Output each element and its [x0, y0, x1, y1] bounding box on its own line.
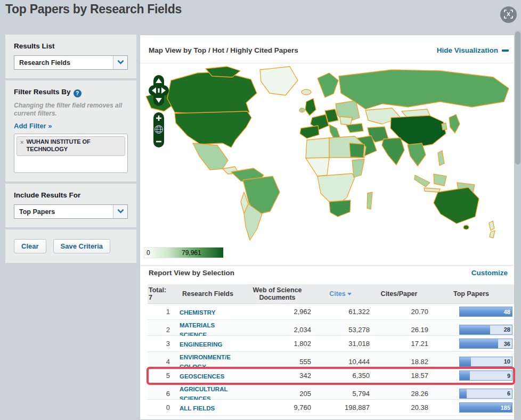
top-papers-bar-value: 185 [501, 403, 510, 412]
top-papers-bar: 6 [459, 389, 512, 399]
column-header-cites-per-paper[interactable]: Cites/Paper [370, 290, 428, 298]
results-list-selected-value: Research Fields [14, 59, 113, 67]
report-table-header: Total: 7 Research Fields Web of Science … [148, 284, 514, 304]
row-cites-per-paper: 20.70 [370, 308, 428, 316]
top-papers-bar-value: 10 [504, 357, 510, 366]
page: Top Papers by Research Fields Results Li… [0, 0, 521, 420]
hide-visualization-link[interactable]: Hide Visualization [437, 46, 509, 54]
include-results-heading: Include Results For [14, 191, 128, 199]
column-header-cites[interactable]: Cites [311, 290, 370, 298]
row-rank: 5 [148, 372, 172, 380]
top-papers-bar-value: 48 [504, 307, 510, 316]
table-row: 3 ENGINEERING 1,802 31,018 17.21 36 [148, 336, 514, 352]
top-papers-bar-fill [460, 339, 498, 348]
customize-link[interactable]: Customize [471, 269, 508, 277]
zoom-control[interactable] [153, 112, 164, 147]
filter-chip-label: WUHAN INSTITUTE OF TECHNOLOGY [26, 138, 121, 153]
hide-visualization-label: Hide Visualization [437, 46, 498, 54]
top-papers-bar-fill [460, 371, 470, 380]
top-papers-bar: 48 [459, 307, 512, 317]
scale-max-label: 79,961 [182, 249, 201, 257]
map-navigation-controls [149, 75, 169, 177]
world-map[interactable] [142, 64, 512, 245]
row-wos-documents: 205 [243, 390, 311, 398]
row-cites: 61,322 [311, 308, 370, 316]
world-map-svg [142, 64, 512, 245]
include-results-select-caret-zone[interactable] [113, 205, 127, 218]
help-icon[interactable]: ? [74, 89, 82, 97]
active-filters-box: × WUHAN INSTITUTE OF TECHNOLOGY [14, 134, 128, 173]
scale-min-label: 0 [146, 249, 150, 257]
report-view-title: Report View by Selection [149, 269, 234, 277]
divider [140, 63, 514, 63]
include-results-selected-value: Top Papers [14, 208, 113, 216]
row-cites: 10,444 [311, 358, 370, 366]
research-field-link[interactable]: ENGINEERING [180, 341, 223, 348]
row-rank: 3 [148, 340, 172, 348]
research-field-link[interactable]: CHEMISTRY [180, 309, 215, 316]
filter-heading-label: Filter Results By [14, 88, 71, 96]
table-row: 6 AGRICULTURAL SCIENCES 205 5,794 28.26 … [148, 384, 514, 400]
main-panel: Map View by Top / Hot / Highly Cited Pap… [140, 35, 515, 420]
top-papers-bar-value: 9 [507, 371, 510, 380]
row-rank: 6 [148, 390, 172, 398]
top-papers-bar: 36 [459, 339, 512, 349]
results-list-select[interactable]: Research Fields [14, 55, 128, 70]
table-row: 1 CHEMISTRY 2,962 61,322 20.70 48 [148, 304, 514, 320]
include-results-section: Include Results For Top Papers [5, 184, 136, 227]
chevron-down-icon [117, 57, 124, 64]
fullscreen-button[interactable] [500, 6, 517, 23]
fullscreen-icon [504, 10, 513, 20]
table-row: 2 MATERIALS SCIENCE 2,034 53,278 26.19 2… [148, 320, 514, 336]
table-row: 5 GEOSCIENCES 342 6,350 18.57 9 [148, 368, 514, 384]
table-row: 0 ALL FIELDS 9,760 198,887 20.38 185 [148, 400, 514, 416]
row-cites-per-paper: 28.26 [370, 390, 428, 398]
research-field-link[interactable]: ALL FIELDS [180, 405, 215, 411]
top-papers-bar-value: 36 [504, 339, 510, 348]
column-header-top-papers[interactable]: Top Papers [428, 290, 514, 298]
clear-button[interactable]: Clear [14, 239, 46, 253]
row-cites-per-paper: 18.57 [370, 372, 428, 380]
column-header-wos-documents[interactable]: Web of Science Documents [243, 286, 311, 302]
cites-label: Cites [329, 290, 346, 298]
row-cites: 198,887 [311, 403, 370, 411]
map-view-header: Map View by Top / Hot / Highly Cited Pap… [140, 35, 514, 63]
filter-chip: × WUHAN INSTITUTE OF TECHNOLOGY [17, 136, 125, 156]
research-field-link[interactable]: GEOSCIENCES [180, 373, 224, 380]
map-color-scale: 0 79,961 [144, 247, 224, 258]
row-wos-documents: 1,802 [243, 340, 311, 348]
include-results-select[interactable]: Top Papers [14, 204, 128, 219]
row-cites: 53,278 [311, 326, 370, 334]
remove-chip-icon[interactable]: × [20, 138, 23, 153]
top-papers-bar-fill [460, 325, 490, 334]
criteria-buttons-section: Clear Save Criteria [5, 229, 136, 263]
row-wos-documents: 2,034 [243, 326, 311, 334]
add-filter-link[interactable]: Add Filter » [14, 122, 52, 130]
row-wos-documents: 555 [243, 358, 311, 366]
filter-section: Filter Results By? Changing the filter f… [5, 80, 136, 182]
row-cites-per-paper: 20.38 [370, 403, 428, 411]
top-papers-bar-fill [460, 357, 471, 366]
vertical-scrollbar[interactable] [515, 30, 521, 420]
filter-note: Changing the filter field removes all cu… [14, 102, 128, 118]
report-table-body: 1 CHEMISTRY 2,962 61,322 20.70 48 2 MATE… [148, 304, 514, 416]
pan-control[interactable] [149, 75, 169, 106]
table-row: 4 ENVIRONMENT/E COLOGY 555 10,444 18.82 … [148, 352, 514, 368]
top-papers-bar-fill [460, 389, 467, 398]
row-rank: 0 [148, 403, 172, 411]
save-criteria-button[interactable]: Save Criteria [53, 239, 111, 253]
row-cites: 31,018 [311, 340, 370, 348]
scrollbar-thumb[interactable] [515, 31, 520, 164]
column-header-research-fields[interactable]: Research Fields [172, 290, 243, 298]
row-cites-per-paper: 18.82 [370, 358, 428, 366]
total-count: Total: 7 [148, 286, 172, 302]
minus-icon [502, 50, 509, 52]
row-wos-documents: 9,760 [243, 403, 311, 411]
row-rank: 1 [148, 308, 172, 316]
results-list-heading: Results List [14, 42, 128, 50]
sort-desc-icon [347, 293, 352, 295]
results-list-select-caret-zone[interactable] [113, 56, 127, 69]
row-wos-documents: 2,962 [243, 308, 311, 316]
chevron-down-icon [117, 207, 124, 213]
top-papers-bar: 10 [459, 357, 512, 367]
